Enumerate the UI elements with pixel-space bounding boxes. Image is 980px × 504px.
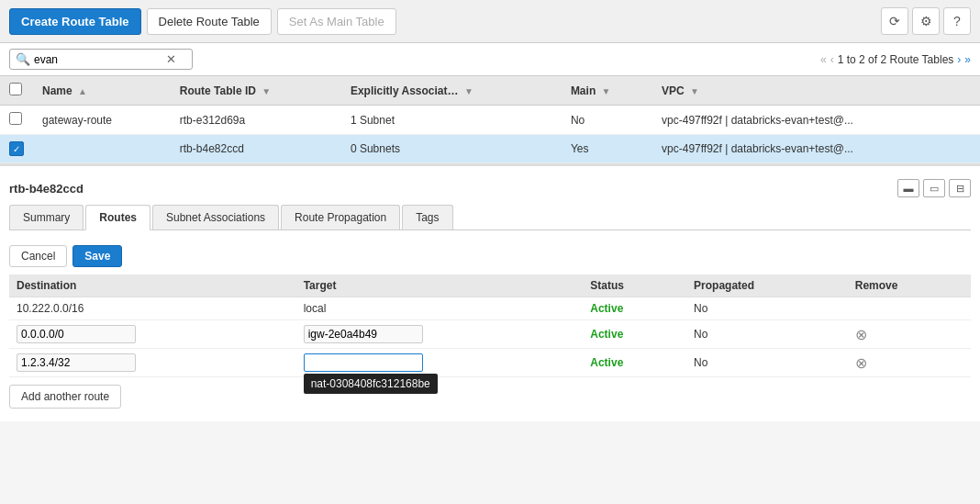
row-1-explicitly_associated: 0 Subnets — [341, 135, 562, 163]
route-3-status: Active — [583, 349, 686, 377]
route-3-remove[interactable]: ⊗ — [848, 349, 971, 377]
routes-table: Destination Target Status Propagated Rem… — [9, 274, 971, 377]
vpc-sort-icon[interactable]: ▼ — [690, 86, 699, 96]
detail-title-text: rtb-b4e82ccd — [9, 182, 84, 196]
delete-route-table-button[interactable]: Delete Route Table — [147, 8, 272, 35]
route-2-destination-input[interactable] — [17, 325, 136, 343]
col-route-table-id: Route Table ID ▼ — [171, 76, 341, 106]
route-3-destination-input[interactable] — [17, 353, 136, 372]
route-3-propagated: No — [686, 349, 848, 377]
toolbar-right-icons: ⟳ ⚙ ? — [881, 7, 971, 35]
search-input-wrap: 🔍 ✕ — [9, 49, 193, 70]
route-table-row-1[interactable]: ✓rtb-b4e82ccd0 SubnetsYesvpc-497ff92f | … — [0, 135, 980, 163]
tab-tags[interactable]: Tags — [402, 205, 452, 230]
row-0-name: gateway-route — [33, 106, 171, 135]
select-all-checkbox[interactable] — [9, 83, 22, 95]
col-main: Main ▼ — [562, 76, 652, 106]
autocomplete-dropdown[interactable]: nat-0308408fc312168be — [304, 374, 438, 394]
toolbar: Create Route Table Delete Route Table Se… — [0, 0, 980, 43]
detail-expand-full-button[interactable]: ▬ — [897, 179, 919, 197]
create-route-table-button[interactable]: Create Route Table — [9, 8, 141, 35]
row-0-vpc: vpc-497ff92f | databricks-evan+test@... — [652, 106, 980, 135]
explicitly-associated-sort-icon[interactable]: ▼ — [464, 86, 473, 96]
row-0-route_table_id: rtb-e312d69a — [171, 106, 341, 135]
row-1-route_table_id: rtb-b4e82ccd — [171, 135, 341, 163]
route-1-target: local — [296, 297, 584, 320]
detail-tabs: SummaryRoutesSubnet AssociationsRoute Pr… — [9, 205, 971, 230]
save-button[interactable]: Save — [72, 245, 122, 267]
detail-expand-half-button[interactable]: ▭ — [923, 179, 945, 197]
tab-route-propagation[interactable]: Route Propagation — [281, 205, 400, 230]
add-another-route-button[interactable]: Add another route — [9, 385, 121, 409]
pagination: « ‹ 1 to 2 of 2 Route Tables › » — [820, 53, 971, 66]
route-1-propagated: No — [686, 297, 848, 320]
routes-col-status: Status — [583, 274, 686, 297]
tab-routes[interactable]: Routes — [85, 205, 150, 230]
name-sort-icon[interactable]: ▲ — [78, 86, 87, 96]
route-table-rows: gateway-routertb-e312d69a1 SubnetNovpc-4… — [0, 106, 980, 163]
row-0-checkbox[interactable] — [9, 112, 22, 125]
route-2-status: Active — [583, 320, 686, 349]
detail-panel: rtb-b4e82ccd ▬ ▭ ⊟ SummaryRoutesSubnet A… — [0, 165, 980, 421]
detail-view-icons: ▬ ▭ ⊟ — [897, 179, 971, 197]
route-3-destination — [9, 349, 296, 377]
col-name: Name ▲ — [33, 76, 171, 106]
route-1-status: Active — [583, 297, 686, 320]
search-bar: 🔍 ✕ « ‹ 1 to 2 of 2 Route Tables › » — [0, 43, 980, 76]
route-row-2: Active No ⊗ — [9, 320, 971, 349]
settings-button[interactable]: ⚙ — [912, 7, 940, 35]
pagination-next[interactable]: › — [957, 53, 961, 66]
help-button[interactable]: ? — [943, 7, 971, 35]
row-1-checkbox[interactable]: ✓ — [9, 141, 24, 156]
col-vpc: VPC ▼ — [652, 76, 980, 106]
route-2-destination — [9, 320, 296, 349]
routes-col-target: Target — [296, 274, 584, 297]
detail-collapse-button[interactable]: ⊟ — [949, 179, 971, 197]
search-input[interactable] — [34, 53, 162, 66]
row-0-explicitly_associated: 1 Subnet — [341, 106, 562, 135]
add-route-bar: Add another route — [9, 377, 971, 412]
set-main-table-button[interactable]: Set As Main Table — [277, 8, 396, 35]
routes-col-remove: Remove — [848, 274, 971, 297]
route-1-remove — [848, 297, 971, 320]
route-3-target: nat-0308408fc312168be — [296, 349, 584, 377]
route-2-remove-icon[interactable]: ⊗ — [855, 327, 867, 342]
route-table-id-sort-icon[interactable]: ▼ — [262, 86, 271, 96]
row-0-checkbox-cell — [0, 106, 33, 135]
route-table-row-0[interactable]: gateway-routertb-e312d69a1 SubnetNovpc-4… — [0, 106, 980, 135]
route-row-3: nat-0308408fc312168be Active No ⊗ — [9, 349, 971, 377]
route-2-remove[interactable]: ⊗ — [848, 320, 971, 349]
row-1-name — [33, 135, 171, 163]
row-1-main: Yes — [562, 135, 652, 163]
route-2-propagated: No — [686, 320, 848, 349]
tab-summary[interactable]: Summary — [9, 205, 84, 230]
tab-content-routes: Cancel Save Destination Target Status Pr… — [9, 230, 971, 421]
detail-title-bar: rtb-b4e82ccd ▬ ▭ ⊟ — [9, 174, 971, 205]
route-3-target-wrap: nat-0308408fc312168be — [304, 353, 423, 372]
row-0-main: No — [562, 106, 652, 135]
refresh-button[interactable]: ⟳ — [881, 7, 908, 35]
route-3-target-input[interactable] — [304, 353, 423, 372]
clear-search-button[interactable]: ✕ — [166, 52, 176, 66]
tab-subnet-associations[interactable]: Subnet Associations — [152, 205, 279, 230]
row-1-vpc: vpc-497ff92f | databricks-evan+test@... — [652, 135, 980, 163]
route-2-target — [296, 320, 584, 349]
route-row-1: 10.222.0.0/16 local Active No — [9, 297, 971, 320]
cancel-button[interactable]: Cancel — [9, 245, 67, 267]
route-tables-container: Name ▲ Route Table ID ▼ Explicitly Assoc… — [0, 76, 980, 165]
route-3-remove-icon[interactable]: ⊗ — [855, 355, 867, 371]
pagination-text: 1 to 2 of 2 Route Tables — [838, 53, 954, 66]
pagination-prev[interactable]: ‹ — [830, 53, 834, 66]
route-tables-table: Name ▲ Route Table ID ▼ Explicitly Assoc… — [0, 76, 980, 163]
main-sort-icon[interactable]: ▼ — [602, 86, 611, 96]
select-all-col — [0, 76, 33, 106]
pagination-next-next[interactable]: » — [964, 53, 971, 66]
pagination-prev-prev[interactable]: « — [820, 53, 827, 66]
row-1-checkbox-cell: ✓ — [0, 135, 33, 163]
route-2-target-input[interactable] — [304, 325, 423, 343]
routes-col-propagated: Propagated — [686, 274, 848, 297]
route-1-destination: 10.222.0.0/16 — [9, 297, 296, 320]
routes-col-destination: Destination — [9, 274, 296, 297]
col-explicitly-associated: Explicitly Associat… ▼ — [341, 76, 562, 106]
search-icon: 🔍 — [16, 52, 30, 66]
